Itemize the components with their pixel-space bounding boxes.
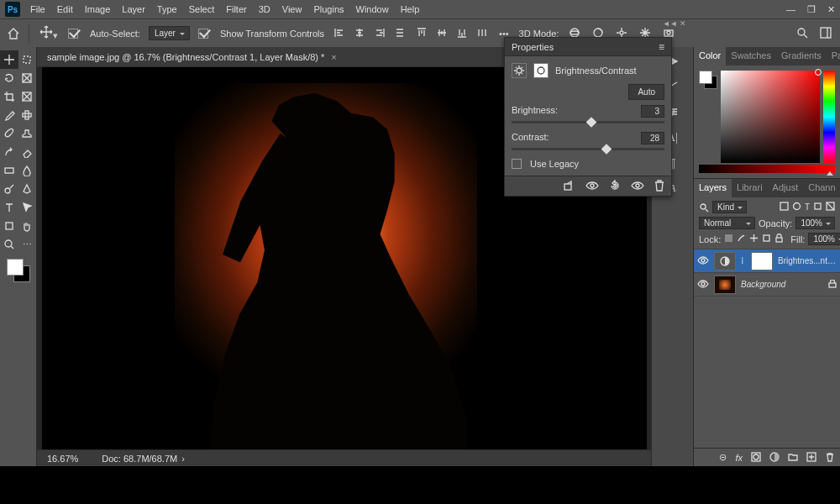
tab-gradients[interactable]: Gradients [776,47,827,66]
menu-3d[interactable]: 3D [254,3,276,16]
fgbg-mini-swatch[interactable] [699,71,717,89]
artboard-tool[interactable] [18,50,37,69]
lock-icon[interactable] [828,280,837,290]
auto-button[interactable]: Auto [628,84,664,100]
menu-image[interactable]: Image [80,3,116,16]
filter-type-icon[interactable]: T [805,202,810,212]
reset-icon[interactable] [609,180,621,193]
toggle-visibility-icon[interactable] [631,181,644,192]
align-bottom-icon[interactable] [455,26,469,41]
new-layer-icon[interactable] [806,452,816,464]
fill-dropdown[interactable]: 100% [808,233,840,245]
tab-swatches[interactable]: Swatches [726,47,776,66]
visibility-icon[interactable] [697,280,709,290]
auto-select-dropdown[interactable]: Layer [149,26,190,40]
delete-icon[interactable] [825,452,835,464]
distribute-v-icon[interactable] [475,26,489,41]
clip-icon[interactable] [564,181,575,192]
gradient-tool[interactable] [0,161,18,180]
search-icon[interactable] [795,25,810,42]
shape-tool[interactable] [0,217,18,235]
brightness-slider[interactable]: Brightness:3 [512,105,664,123]
view-previous-icon[interactable] [585,181,599,192]
align-vcenter-icon[interactable] [435,26,449,41]
frame-tool[interactable] [18,87,37,106]
contrast-value[interactable]: 28 [641,132,664,144]
edit-toolbar[interactable]: ⋯ [18,235,37,254]
menu-file[interactable]: File [25,3,50,16]
adjustment-icon[interactable] [769,452,780,464]
layer-name[interactable]: Background [741,280,823,289]
history-brush-tool[interactable] [0,143,18,161]
distribute-icon[interactable] [393,26,407,41]
color-picker[interactable] [721,71,820,163]
auto-select-checkbox[interactable] [68,29,78,39]
lock-all-icon[interactable] [774,234,784,244]
window-maximize[interactable]: ❐ [807,4,816,15]
fx-icon[interactable]: fx [735,453,743,463]
brightness-value[interactable]: 3 [641,105,664,118]
hue-slider[interactable] [823,71,835,163]
type-tool[interactable] [0,198,18,217]
visibility-icon[interactable] [697,256,709,266]
layer-row[interactable]: ⁞ Brightnes...ntrast 1 [694,249,840,273]
show-transform-checkbox[interactable] [198,29,208,39]
lock-transparent-icon[interactable] [724,234,733,244]
hand-tool[interactable] [18,217,37,235]
zoom-level[interactable]: 16.67% [47,454,78,464]
lock-artboard-icon[interactable] [762,234,771,244]
filter-adjust-icon[interactable] [792,202,801,213]
kind-dropdown[interactable]: Kind [712,201,747,213]
menu-layer[interactable]: Layer [117,3,150,16]
layer-row[interactable]: Background [694,273,840,297]
contrast-slider[interactable]: Contrast:28 [512,132,664,150]
mask-icon[interactable] [751,452,761,464]
mask-thumb[interactable] [751,252,773,270]
brush-tool[interactable] [0,124,18,143]
search-icon[interactable] [699,202,709,213]
menu-edit[interactable]: Edit [52,3,78,16]
window-close[interactable]: ✕ [827,4,835,15]
crop-tool[interactable] [0,87,18,106]
align-left-icon[interactable] [333,26,346,41]
stamp-tool[interactable] [18,124,37,143]
tab-layers[interactable]: Layers [694,179,732,197]
foreground-swatch[interactable] [7,259,24,276]
close-tab-icon[interactable]: × [331,52,336,62]
move-tool-icon[interactable]: ▾ [38,24,60,43]
pen-tool[interactable] [18,180,37,198]
panel-collapse-icon[interactable]: ◄◄ ✕ [663,19,686,28]
healing-tool[interactable] [18,106,37,124]
blend-mode-dropdown[interactable]: Normal [699,217,755,229]
color-slider[interactable] [699,165,835,173]
mask-indicator-icon[interactable] [533,63,549,78]
group-icon[interactable] [788,452,798,464]
menu-plugins[interactable]: Plugins [308,3,349,16]
menu-view[interactable]: View [277,3,307,16]
link-layers-icon[interactable]: ⊝ [719,452,727,463]
menu-help[interactable]: Help [396,3,425,16]
move-tool[interactable] [0,50,18,69]
filter-pixel-icon[interactable] [780,202,789,213]
path-tool[interactable] [18,198,37,217]
lock-position-icon[interactable] [749,234,759,244]
align-hcenter-icon[interactable] [353,26,366,41]
lock-image-icon[interactable] [737,234,746,244]
workspace-icon[interactable] [818,25,833,42]
status-caret-icon[interactable]: › [181,454,185,464]
tab-channels[interactable]: Chann [803,179,840,197]
filter-smart-icon[interactable] [826,202,835,213]
dodge-tool[interactable] [0,180,18,198]
tab-libraries[interactable]: Librari [732,179,768,197]
filter-shape-icon[interactable] [813,202,822,213]
eyedropper-tool[interactable] [0,106,18,124]
home-icon[interactable] [7,27,20,40]
blur-tool[interactable] [18,161,37,180]
tab-adjustments[interactable]: Adjust [768,179,804,197]
lasso-tool[interactable] [0,69,18,87]
zoom-tool[interactable] [0,235,18,254]
align-right-icon[interactable] [373,26,386,41]
window-minimize[interactable]: — [786,4,795,15]
tab-patterns[interactable]: Patterns [827,47,840,66]
menu-window[interactable]: Window [351,3,394,16]
